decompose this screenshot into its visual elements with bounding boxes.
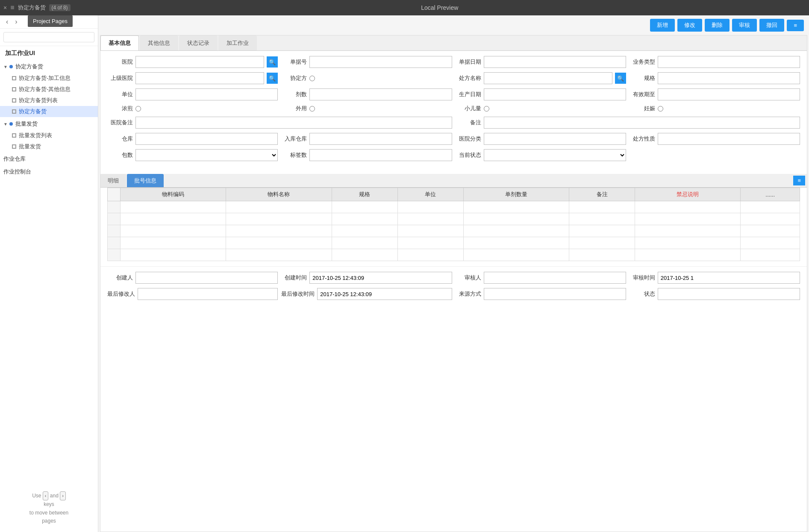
tab-other[interactable]: 其他信息: [140, 35, 178, 50]
form-row-4: 浓煎 外用 小儿量 妊娠: [107, 105, 800, 112]
material-code-cell: [121, 201, 226, 213]
close-icon[interactable]: ×: [3, 4, 7, 11]
hospital-search-button[interactable]: 🔍: [267, 56, 278, 68]
create-time-input[interactable]: [309, 272, 452, 284]
material-name-cell: [226, 249, 332, 261]
spec-cell: [332, 225, 397, 237]
edit-button[interactable]: 修改: [677, 19, 702, 32]
source-group: 来源方式: [456, 288, 626, 300]
package-count-select[interactable]: [135, 149, 278, 161]
parent-hospital-group: 上级医院 🔍: [107, 72, 278, 84]
expire-date-input[interactable]: [658, 88, 800, 100]
auditor-input[interactable]: [484, 272, 626, 284]
remark-group: 备注: [456, 117, 800, 129]
children-radio[interactable]: [484, 106, 489, 112]
last-modifier-label: 最后修改人: [107, 290, 135, 298]
hospital-remark-input[interactable]: [135, 117, 452, 129]
arrow-down-icon: ▼: [3, 65, 8, 69]
top-bar: × ≡ 协定方备货 (4 of 8) Local Preview: [0, 0, 809, 15]
label-count-input[interactable]: [309, 149, 452, 161]
source-label: 来源方式: [456, 290, 481, 298]
prescription-name-search-button[interactable]: 🔍: [615, 73, 626, 84]
agreement-party-radio-input[interactable]: [309, 76, 315, 81]
spec-input[interactable]: [658, 72, 800, 84]
more-cell: [741, 213, 800, 225]
tab-label: 协定方备货: [18, 4, 46, 12]
dose-count-input[interactable]: [309, 88, 452, 100]
pregnancy-radio[interactable]: [658, 106, 663, 112]
parent-hospital-input[interactable]: [135, 72, 264, 84]
in-warehouse-label: 入库仓库: [281, 135, 307, 143]
material-name-cell: [226, 225, 332, 237]
sidebar-section-header-批量发货[interactable]: ▼ 批量发货: [0, 118, 98, 130]
sidebar-section-header-作业仓库[interactable]: 作业仓库: [0, 153, 98, 165]
external-radio[interactable]: [309, 106, 315, 112]
tab-status[interactable]: 状态记录: [179, 35, 218, 50]
sidebar-section-header-协定方备货[interactable]: ▼ 协定方备货: [0, 61, 98, 73]
bottom-right-button[interactable]: ≡: [793, 176, 805, 185]
section-label: 协定方备货: [15, 63, 43, 71]
creator-input[interactable]: [135, 272, 278, 284]
remark-input[interactable]: [484, 117, 800, 129]
prescription-name-input[interactable]: [484, 72, 612, 84]
unit-cell: [397, 249, 463, 261]
sidebar-item-协定方备货列表[interactable]: 协定方备货列表: [0, 95, 98, 106]
hospital-input[interactable]: [135, 56, 264, 68]
menu-icon[interactable]: ≡: [10, 4, 14, 12]
table-row: [108, 201, 800, 213]
produce-date-input[interactable]: [484, 88, 626, 100]
sidebar-item-协定方备货-其他信息[interactable]: 协定方备货-其他信息: [0, 84, 98, 95]
warehouse-input[interactable]: [135, 133, 278, 145]
sidebar-item-批量发货列表[interactable]: 批量发货列表: [0, 130, 98, 141]
delete-button[interactable]: 删除: [705, 19, 730, 32]
sidebar-item-协定方备货-加工信息[interactable]: 协定方备货-加工信息: [0, 73, 98, 84]
sidebar-section-header-作业控制台[interactable]: 作业控制台: [0, 166, 98, 178]
page-icon: [12, 109, 16, 114]
audit-button[interactable]: 审核: [732, 19, 757, 32]
order-date-input[interactable]: [484, 56, 626, 68]
remark-label: 备注: [456, 119, 481, 126]
hospital-remark-group: 医院备注: [107, 117, 452, 129]
unit-input[interactable]: [135, 88, 278, 100]
row-num: [108, 213, 121, 225]
forbidden-cell: [635, 201, 741, 213]
current-status-select[interactable]: [484, 149, 626, 161]
bottom-tab-detail[interactable]: 明细: [100, 174, 126, 187]
concentrate-radio[interactable]: [135, 106, 141, 112]
order-no-input[interactable]: [309, 56, 452, 68]
forbidden-cell: [635, 213, 741, 225]
parent-hospital-search-button[interactable]: 🔍: [267, 73, 278, 84]
page-icon: [12, 133, 16, 138]
search-input[interactable]: [3, 32, 94, 42]
sidebar: ‹ › 加工作业UI ▼ 协定方备货 协定方备货-加工信息 协定方备货-其他信息: [0, 15, 98, 532]
biz-type-input[interactable]: [658, 56, 800, 68]
footer-row-2: 最后修改人 最后修改时间 来源方式 状态: [107, 288, 800, 300]
warehouse-label: 仓库: [107, 135, 133, 143]
agreement-party-label: 协定方: [281, 74, 307, 82]
more-button[interactable]: ≡: [787, 20, 804, 31]
add-button[interactable]: 新增: [650, 19, 675, 32]
sidebar-item-协定方备货[interactable]: 协定方备货: [0, 106, 98, 117]
remark-cell: [569, 249, 635, 261]
nav-next-button[interactable]: ›: [12, 17, 20, 26]
in-warehouse-input[interactable]: [309, 133, 452, 145]
nav-prev-button[interactable]: ‹: [3, 17, 11, 26]
form-row-5: 医院备注 备注: [107, 117, 800, 129]
sidebar-item-批量发货[interactable]: 批量发货: [0, 141, 98, 152]
tab-process[interactable]: 加工作业: [218, 35, 257, 50]
hospital-category-input[interactable]: [484, 133, 626, 145]
last-modifier-input[interactable]: [138, 288, 278, 300]
revoke-button[interactable]: 撤回: [759, 19, 784, 32]
source-input[interactable]: [484, 288, 626, 300]
agreement-party-group: 协定方: [281, 74, 452, 82]
tab-basic[interactable]: 基本信息: [100, 35, 139, 50]
package-count-group: 包数: [107, 149, 278, 161]
audit-time-input[interactable]: [658, 272, 800, 284]
last-modify-time-label: 最后修改时间: [281, 290, 315, 298]
status-input[interactable]: [658, 288, 800, 300]
last-modify-time-input[interactable]: [317, 288, 452, 300]
current-status-label: 当前状态: [456, 151, 481, 159]
bottom-tab-batch[interactable]: 批号信息: [127, 174, 164, 187]
prescription-nature-input[interactable]: [658, 133, 800, 145]
remark-cell: [569, 201, 635, 213]
